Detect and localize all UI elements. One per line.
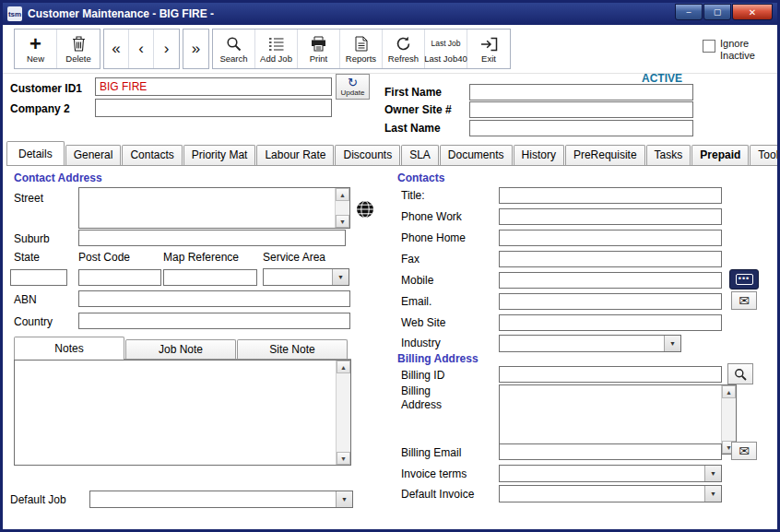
- invoice-terms-dropdown[interactable]: ▼: [499, 465, 722, 482]
- tab-history[interactable]: History: [514, 145, 564, 165]
- email-input[interactable]: [499, 293, 722, 310]
- search-button[interactable]: Search: [213, 30, 255, 68]
- first-record-button[interactable]: «: [104, 30, 129, 68]
- update-button[interactable]: ↻ Update: [336, 74, 370, 100]
- exit-button[interactable]: Exit: [467, 30, 510, 68]
- abn-label: ABN: [14, 293, 37, 306]
- list-icon: [268, 35, 284, 53]
- map-globe-icon[interactable]: [356, 200, 374, 222]
- suburb-input[interactable]: [78, 230, 346, 246]
- street-textarea[interactable]: [79, 188, 335, 228]
- default-invoice-dropdown[interactable]: ▼: [499, 485, 722, 502]
- billing-id-search-button[interactable]: [727, 363, 753, 384]
- titlebar[interactable]: tsm Customer Maintenance - BIG FIRE - – …: [3, 3, 777, 25]
- last-name-input[interactable]: [469, 120, 693, 136]
- toolbar-group-record: + New Delete: [14, 29, 100, 69]
- scroll-down-icon[interactable]: ▼: [337, 452, 350, 465]
- new-button[interactable]: + New: [15, 30, 57, 68]
- add-job-button[interactable]: Add Job: [255, 30, 298, 68]
- customer-id-label: Customer ID1: [10, 82, 82, 95]
- owner-site-input[interactable]: [469, 101, 693, 118]
- last-job-icon: Last Job: [431, 35, 460, 53]
- title-input[interactable]: [499, 187, 722, 204]
- tab-priority-matrix[interactable]: Priority Mat: [183, 145, 256, 165]
- refresh-button[interactable]: Refresh: [383, 30, 425, 68]
- state-input[interactable]: [10, 269, 67, 286]
- post-code-input[interactable]: [78, 269, 161, 286]
- abn-input[interactable]: [78, 290, 350, 307]
- tab-notes[interactable]: Notes: [14, 337, 124, 360]
- scroll-down-icon[interactable]: ▼: [336, 215, 349, 228]
- window-controls: – ▢ ✕: [675, 4, 773, 20]
- tab-general[interactable]: General: [65, 145, 122, 165]
- tab-tasks[interactable]: Tasks: [646, 145, 691, 165]
- billing-address-label: Billing Address: [401, 384, 462, 412]
- toolbar-strip: + New Delete « ‹ ›: [14, 29, 514, 69]
- chevron-down-icon[interactable]: ▼: [336, 491, 352, 507]
- scroll-up-icon[interactable]: ▲: [336, 188, 349, 201]
- toolbar-group-last: »: [183, 29, 209, 69]
- refresh-button-label: Refresh: [388, 54, 419, 64]
- next-record-button[interactable]: ›: [154, 30, 179, 68]
- tab-contacts[interactable]: Contacts: [122, 145, 182, 165]
- last-record-button[interactable]: »: [183, 30, 208, 68]
- minimize-button[interactable]: –: [675, 4, 703, 20]
- scroll-up-icon[interactable]: ▲: [722, 385, 736, 398]
- send-email-button[interactable]: ✉: [731, 291, 757, 310]
- street-label: Street: [14, 192, 43, 205]
- previous-record-button[interactable]: ‹: [129, 30, 154, 68]
- last-job-button[interactable]: Last Job Last Job40: [425, 30, 467, 68]
- tab-details[interactable]: Details: [6, 141, 65, 166]
- chevron-down-icon[interactable]: ▼: [664, 336, 680, 351]
- update-button-label: Update: [341, 89, 365, 97]
- tab-site-note[interactable]: Site Note: [237, 339, 348, 359]
- scroll-up-icon[interactable]: ▲: [337, 361, 350, 373]
- default-invoice-label: Default Invoice: [401, 488, 474, 501]
- ignore-inactive-checkbox[interactable]: Ignore Inactive: [703, 38, 764, 62]
- billing-id-input[interactable]: [499, 366, 722, 383]
- search-button-label: Search: [219, 54, 247, 64]
- tab-prerequisites[interactable]: PreRequisite: [565, 145, 645, 165]
- tab-discounts[interactable]: Discounts: [335, 145, 400, 165]
- first-name-input[interactable]: [469, 84, 693, 100]
- checkbox-icon[interactable]: [703, 40, 715, 53]
- tab-documents[interactable]: Documents: [440, 145, 513, 165]
- customer-maintenance-window: tsm Customer Maintenance - BIG FIRE - – …: [0, 0, 780, 532]
- reports-button[interactable]: Reports: [340, 30, 383, 68]
- chevron-down-icon[interactable]: ▼: [704, 466, 721, 481]
- chevron-down-icon[interactable]: ▼: [704, 486, 721, 502]
- sms-button[interactable]: •••: [729, 269, 759, 290]
- company2-input[interactable]: [95, 99, 332, 117]
- notes-textarea[interactable]: [15, 361, 336, 465]
- tab-labour-rates[interactable]: Labour Rate: [256, 145, 334, 165]
- mobile-input[interactable]: [499, 272, 722, 289]
- notes-scrollbar[interactable]: ▲ ▼: [336, 361, 350, 465]
- country-input[interactable]: [78, 313, 350, 329]
- fax-input[interactable]: [499, 251, 722, 267]
- default-job-dropdown[interactable]: ▼: [89, 491, 353, 508]
- chevron-down-icon[interactable]: ▼: [332, 269, 349, 285]
- tab-tools[interactable]: Tools to be: [750, 145, 780, 165]
- print-button[interactable]: Print: [298, 30, 340, 68]
- map-reference-label: Map Reference: [163, 251, 239, 264]
- tab-sla[interactable]: SLA: [401, 145, 439, 165]
- delete-button[interactable]: Delete: [57, 30, 100, 68]
- customer-id-input[interactable]: [95, 77, 332, 96]
- chevrons-right-icon: »: [192, 40, 200, 58]
- close-button[interactable]: ✕: [732, 4, 773, 20]
- industry-dropdown[interactable]: ▼: [499, 335, 681, 352]
- post-code-label: Post Code: [78, 251, 130, 264]
- billing-email-input[interactable]: [499, 443, 722, 460]
- service-area-dropdown[interactable]: ▼: [263, 268, 349, 286]
- mobile-label: Mobile: [401, 274, 433, 287]
- street-scrollbar[interactable]: ▲ ▼: [335, 188, 349, 228]
- tab-prepaid[interactable]: Prepaid: [691, 145, 749, 165]
- phone-work-input[interactable]: [499, 208, 722, 225]
- map-reference-input[interactable]: [163, 269, 257, 286]
- suburb-label: Suburb: [14, 232, 50, 245]
- billing-email-send-button[interactable]: ✉: [731, 442, 757, 460]
- phone-home-input[interactable]: [499, 230, 722, 246]
- web-site-input[interactable]: [499, 314, 722, 331]
- tab-job-note[interactable]: Job Note: [125, 339, 236, 359]
- maximize-button[interactable]: ▢: [703, 4, 731, 20]
